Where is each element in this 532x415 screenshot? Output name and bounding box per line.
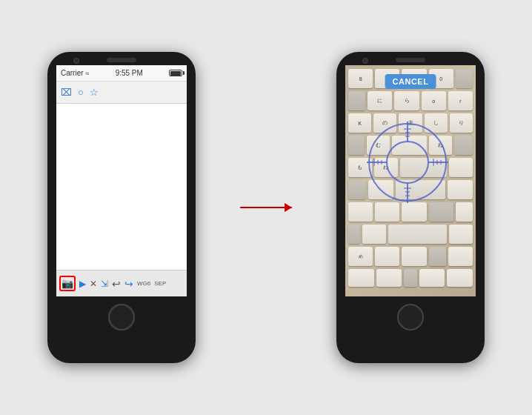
carrier-text: Carrier	[61, 69, 84, 77]
circle-icon[interactable]: ○	[78, 87, 84, 98]
folder-tool-button[interactable]: ▶	[79, 279, 86, 289]
home-button[interactable]	[108, 304, 135, 331]
bottom-toolbar: 📷 ▶ ✕ ⇲ ↩ ↪ WG6 SEP	[56, 270, 187, 296]
right-phone: 8 y わ 0 に ら o r K の 主	[336, 52, 485, 363]
key-r7-2	[375, 202, 399, 222]
status-bar: Carrier ≈ 9:55 PM	[56, 65, 187, 82]
key-8: 8	[348, 69, 373, 88]
key-r9-5	[448, 247, 473, 266]
speaker	[107, 58, 136, 62]
key-r9-3	[402, 247, 426, 266]
left-phone-screen: Carrier ≈ 9:55 PM ⌧ ○ ☆ 📷 ▶ ✕ ⇲ ↩ ↪	[56, 65, 187, 296]
right-speaker	[396, 58, 425, 62]
key-bottom3	[448, 180, 473, 199]
key-r9-1: め	[348, 247, 373, 266]
crop-icon[interactable]: ⌧	[61, 87, 72, 98]
right-phone-bottom	[336, 296, 485, 338]
key-ne2: ね	[374, 158, 398, 177]
phone-bottom	[47, 296, 196, 338]
key-dark7	[348, 225, 360, 244]
camera-tool-button[interactable]: 📷	[59, 276, 76, 291]
key-master: 主	[399, 113, 422, 133]
direction-arrow	[240, 207, 292, 208]
canvas-area	[56, 104, 187, 270]
key-dark6	[429, 202, 453, 222]
time-display: 9:55 PM	[116, 69, 143, 77]
wifi-icon: ≈	[86, 70, 90, 77]
wg6-label: WG6	[137, 280, 150, 287]
key-mu: む	[367, 136, 390, 155]
phone-top-bar	[47, 52, 196, 65]
sep-label: SEP	[154, 280, 166, 287]
key-bottom-wide	[396, 180, 446, 199]
key-o: o	[422, 91, 446, 110]
key-empty	[449, 158, 473, 177]
right-home-button[interactable]	[397, 304, 424, 331]
key-shi: し	[425, 113, 448, 133]
key-r10-1	[348, 269, 374, 287]
right-front-camera	[362, 58, 368, 64]
key-ne: ね	[429, 136, 452, 155]
share-tool-button[interactable]: ⇲	[101, 279, 108, 289]
key-r10-2	[376, 269, 402, 287]
key-r8-2	[362, 225, 386, 244]
key-dark1	[456, 69, 473, 88]
key-r7-5	[456, 202, 473, 222]
left-phone: Carrier ≈ 9:55 PM ⌧ ○ ☆ 📷 ▶ ✕ ⇲ ↩ ↪	[47, 52, 196, 363]
top-toolbar: ⌧ ○ ☆	[56, 82, 187, 104]
key-dark9	[404, 269, 416, 287]
key-r10-4	[419, 269, 445, 287]
cancel-button[interactable]: CANCEL	[385, 74, 436, 89]
key-r7-3	[402, 202, 426, 222]
front-camera	[73, 58, 79, 64]
close-tool-button[interactable]: ✕	[90, 279, 97, 289]
key-r8-3	[388, 225, 448, 244]
key-wide	[400, 158, 448, 177]
key-dark5	[348, 180, 366, 199]
key-dark2	[348, 91, 365, 110]
key-dark4	[454, 136, 473, 155]
arrow-container	[240, 207, 292, 208]
key-r7-1	[348, 202, 373, 222]
key-k: K	[348, 113, 371, 133]
star-icon[interactable]: ☆	[90, 87, 99, 98]
key-r: r	[448, 91, 473, 110]
key-dark8	[429, 247, 446, 266]
camera-view: 8 y わ 0 に ら o r K の 主	[345, 65, 476, 296]
key-ra: ら	[394, 91, 419, 110]
key-mo: も	[348, 158, 372, 177]
key-r9-2	[375, 247, 399, 266]
undo-tool-button[interactable]: ↩	[112, 278, 121, 290]
key-bottom1	[368, 180, 393, 199]
key-dark3	[348, 136, 365, 155]
key-space	[392, 136, 427, 155]
key-r8-4	[449, 225, 473, 244]
right-phone-top-bar	[336, 52, 485, 65]
right-phone-screen: 8 y わ 0 に ら o r K の 主	[345, 65, 476, 296]
key-ri: り	[450, 113, 473, 133]
key-r10-5	[447, 269, 473, 287]
key-ni: に	[368, 91, 392, 110]
forward-tool-button[interactable]: ↪	[124, 278, 133, 290]
key-no: の	[373, 113, 396, 133]
battery-icon	[169, 70, 182, 76]
